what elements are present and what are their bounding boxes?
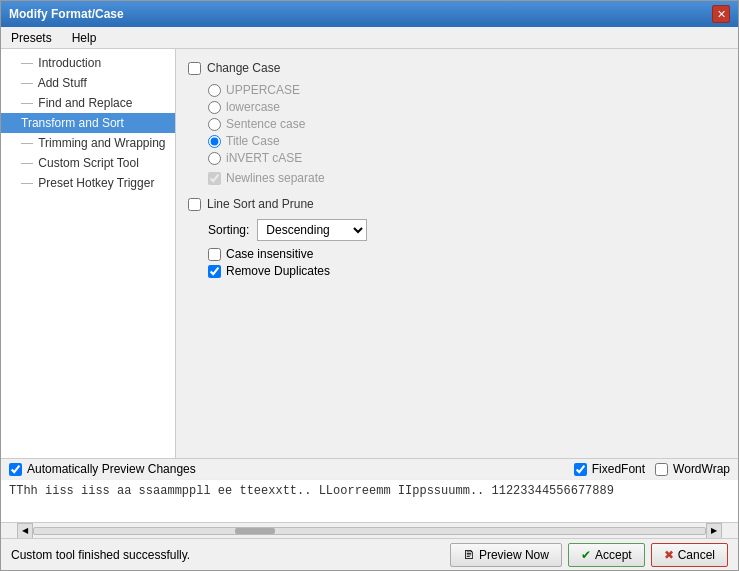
change-case-header: Change Case (188, 61, 726, 75)
accept-icon: ✔ (581, 548, 591, 562)
sort-label: Sorting: (208, 223, 249, 237)
case-insensitive-label[interactable]: Case insensitive (208, 247, 726, 261)
title-bar: Modify Format/Case ✕ (1, 1, 738, 27)
radio-invert-case[interactable]: iNVERT cASE (208, 151, 726, 165)
preview-now-button[interactable]: 🖹 Preview Now (450, 543, 562, 567)
radio-title-case[interactable]: Title Case (208, 134, 726, 148)
radio-invert-case-input[interactable] (208, 152, 221, 165)
radio-uppercase[interactable]: UPPERCASE (208, 83, 726, 97)
radio-title-case-input[interactable] (208, 135, 221, 148)
scrollbar-track[interactable] (33, 527, 706, 535)
preview-options-left: Automatically Preview Changes (9, 462, 196, 476)
menu-presets[interactable]: Presets (5, 29, 58, 47)
line-sort-section: Line Sort and Prune Sorting: Descending … (188, 197, 726, 278)
horizontal-scrollbar[interactable]: ◀ ▶ (1, 522, 738, 538)
sort-select[interactable]: Descending Ascending Random (257, 219, 367, 241)
auto-preview-label: Automatically Preview Changes (27, 462, 196, 476)
sidebar-item-custom-script[interactable]: — Custom Script Tool (1, 153, 175, 173)
scroll-right-arrow[interactable]: ▶ (706, 523, 722, 539)
newlines-separate-label: Newlines separate (208, 171, 325, 185)
main-content: — Introduction — Add Stuff — Find and Re… (1, 49, 738, 458)
change-case-title: Change Case (207, 61, 280, 75)
sidebar-item-add-stuff[interactable]: — Add Stuff (1, 73, 175, 93)
sort-row: Sorting: Descending Ascending Random (208, 219, 726, 241)
line-sort-options: Case insensitive Remove Duplicates (208, 247, 726, 278)
radio-lowercase-input[interactable] (208, 101, 221, 114)
case-insensitive-checkbox[interactable] (208, 248, 221, 261)
line-sort-checkbox[interactable] (188, 198, 201, 211)
sidebar-item-trimming-wrapping[interactable]: — Trimming and Wrapping (1, 133, 175, 153)
fixed-font-checkbox[interactable] (574, 463, 587, 476)
radio-lowercase[interactable]: lowercase (208, 100, 726, 114)
preview-icon: 🖹 (463, 548, 475, 562)
change-case-options: UPPERCASE lowercase Sentence case Title … (208, 83, 726, 165)
scrollbar-thumb[interactable] (235, 528, 275, 534)
preview-text: TThh iiss iiss aa ssaammppll ee tteexxtt… (1, 480, 738, 522)
sidebar-item-preset-hotkey[interactable]: — Preset Hotkey Trigger (1, 173, 175, 193)
menu-help[interactable]: Help (66, 29, 103, 47)
status-text: Custom tool finished successfully. (11, 548, 190, 562)
radio-uppercase-input[interactable] (208, 84, 221, 97)
sidebar-item-find-replace[interactable]: — Find and Replace (1, 93, 175, 113)
accept-label: Accept (595, 548, 632, 562)
right-panel: Change Case UPPERCASE lowercase Sentence… (176, 49, 738, 458)
change-case-section: Change Case UPPERCASE lowercase Sentence… (188, 61, 726, 185)
window-title: Modify Format/Case (9, 7, 124, 21)
line-sort-title: Line Sort and Prune (207, 197, 314, 211)
newlines-separate-checkbox[interactable] (208, 172, 221, 185)
auto-preview-checkbox[interactable] (9, 463, 22, 476)
cancel-label: Cancel (678, 548, 715, 562)
line-sort-header: Line Sort and Prune (188, 197, 726, 211)
radio-sentence-case[interactable]: Sentence case (208, 117, 726, 131)
action-buttons: 🖹 Preview Now ✔ Accept ✖ Cancel (450, 543, 728, 567)
bottom-preview: Automatically Preview Changes FixedFont … (1, 458, 738, 538)
word-wrap-label[interactable]: WordWrap (655, 462, 730, 476)
word-wrap-checkbox[interactable] (655, 463, 668, 476)
close-button[interactable]: ✕ (712, 5, 730, 23)
remove-duplicates-label[interactable]: Remove Duplicates (208, 264, 726, 278)
change-case-checkbox[interactable] (188, 62, 201, 75)
bottom-bar: Custom tool finished successfully. 🖹 Pre… (1, 538, 738, 570)
accept-button[interactable]: ✔ Accept (568, 543, 645, 567)
radio-sentence-case-input[interactable] (208, 118, 221, 131)
sidebar-item-introduction[interactable]: — Introduction (1, 53, 175, 73)
scroll-left-arrow[interactable]: ◀ (17, 523, 33, 539)
menu-bar: Presets Help (1, 27, 738, 49)
preview-options-bar: Automatically Preview Changes FixedFont … (1, 459, 738, 480)
main-window: Modify Format/Case ✕ Presets Help — Intr… (0, 0, 739, 571)
sidebar-item-transform-sort[interactable]: Transform and Sort (1, 113, 175, 133)
newlines-separate-row: Newlines separate (208, 171, 726, 185)
remove-duplicates-checkbox[interactable] (208, 265, 221, 278)
preview-options-right: FixedFont WordWrap (574, 462, 730, 476)
cancel-icon: ✖ (664, 548, 674, 562)
preview-now-label: Preview Now (479, 548, 549, 562)
fixed-font-label[interactable]: FixedFont (574, 462, 645, 476)
cancel-button[interactable]: ✖ Cancel (651, 543, 728, 567)
sidebar: — Introduction — Add Stuff — Find and Re… (1, 49, 176, 458)
